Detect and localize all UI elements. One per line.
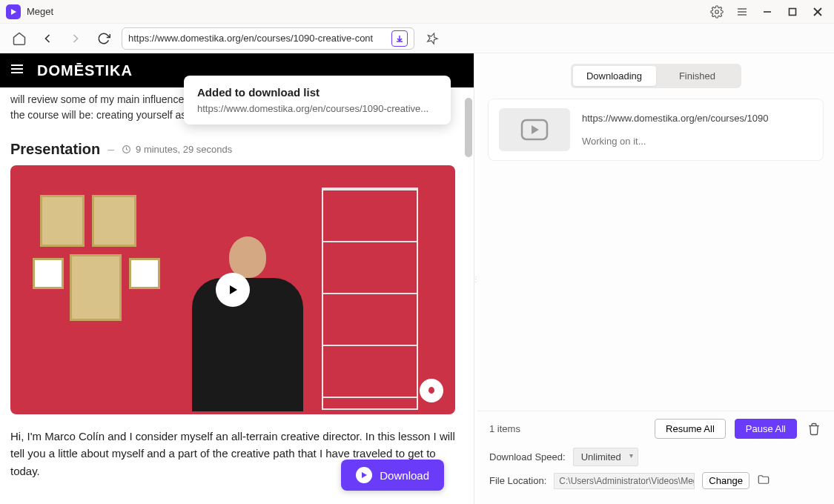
duration-label: 9 minutes, 29 seconds: [122, 144, 232, 155]
svg-point-1: [715, 10, 719, 13]
svg-marker-0: [11, 9, 16, 15]
download-icon: [356, 467, 372, 483]
address-bar[interactable]: [122, 27, 414, 50]
svg-marker-16: [532, 125, 539, 134]
close-button[interactable]: [807, 1, 828, 22]
site-logo[interactable]: DOMĒSTIKA: [37, 62, 133, 79]
open-folder-icon[interactable]: [757, 473, 770, 488]
download-url-button[interactable]: [391, 30, 408, 47]
forward-button[interactable]: [65, 28, 86, 49]
speed-label: Download Speed:: [489, 451, 566, 462]
tab-downloading[interactable]: Downloading: [573, 66, 656, 86]
change-location-button[interactable]: Change: [702, 472, 749, 489]
browser-pane: DOMĒSTIKA will review some of my main in…: [0, 53, 474, 504]
app-icon: [6, 4, 21, 19]
video-player[interactable]: [10, 165, 455, 414]
downloads-pane: Downloading Finished https://www.domesti…: [477, 53, 834, 504]
app-title: Meget: [27, 6, 706, 17]
location-label: File Location:: [489, 475, 546, 486]
speed-select[interactable]: Unlimited: [573, 448, 638, 466]
download-item-url: https://www.domestika.org/en/courses/109…: [582, 113, 804, 124]
hamburger-icon[interactable]: [9, 61, 25, 80]
back-button[interactable]: [37, 28, 58, 49]
titlebar: Meget: [0, 0, 834, 24]
reload-button[interactable]: [93, 28, 114, 49]
browser-toolbar: [0, 24, 834, 53]
svg-marker-14: [362, 472, 367, 478]
download-button[interactable]: Download: [341, 460, 444, 491]
pause-all-button[interactable]: Pause All: [735, 419, 797, 439]
home-button[interactable]: [9, 28, 30, 49]
minimize-button[interactable]: [757, 1, 778, 22]
location-field[interactable]: C:\Users\Administrator\Videos\Meget\D: [554, 473, 695, 489]
toast-title: Added to download list: [197, 86, 437, 99]
url-input[interactable]: [128, 33, 391, 44]
domestika-badge-icon[interactable]: [420, 379, 443, 402]
svg-rect-6: [790, 8, 796, 15]
settings-icon[interactable]: [706, 1, 727, 22]
section-title: Presentation: [10, 141, 100, 158]
video-thumb-icon: [499, 108, 570, 151]
download-item[interactable]: https://www.domestika.org/en/courses/109…: [488, 99, 824, 161]
trash-icon[interactable]: [806, 421, 822, 437]
toast-url: https://www.domestika.org/en/courses/109…: [197, 103, 437, 114]
pin-icon[interactable]: [422, 28, 443, 49]
download-item-status: Working on it...: [582, 136, 813, 147]
toast-notification: Added to download list https://www.domes…: [184, 76, 451, 125]
svg-marker-13: [230, 285, 237, 294]
download-tabs: Downloading Finished: [571, 64, 741, 88]
tab-finished[interactable]: Finished: [656, 66, 739, 86]
menu-icon[interactable]: [732, 1, 752, 22]
maximize-button[interactable]: [782, 1, 803, 22]
items-count: 1 items: [489, 423, 646, 434]
resume-all-button[interactable]: Resume All: [655, 419, 726, 439]
scrollbar[interactable]: [465, 98, 472, 157]
play-icon[interactable]: [216, 273, 250, 307]
